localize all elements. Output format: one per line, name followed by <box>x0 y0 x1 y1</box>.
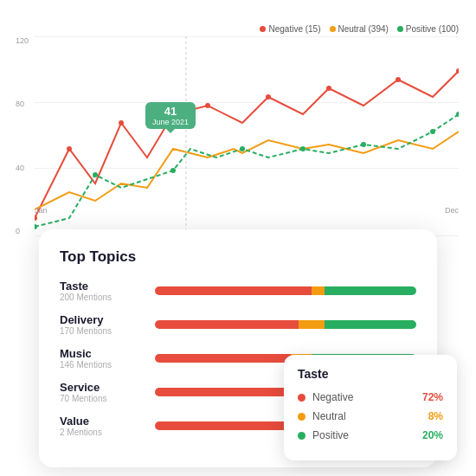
pos-dot-2 <box>170 168 176 173</box>
popup-dot-2 <box>298 432 306 440</box>
bar-yellow-0 <box>312 286 325 295</box>
chart-area: Negative (15) Neutral (394) Positive (10… <box>0 0 476 268</box>
popup-label-1: Neutral <box>312 410 428 422</box>
topic-name-0: Taste <box>60 280 155 293</box>
popup-row-0: Negative 72% <box>298 391 443 403</box>
chart-legend: Negative (15) Neutral (394) Positive (10… <box>260 24 459 34</box>
neg-dot-0 <box>35 215 37 221</box>
tooltip-value: 41 <box>152 105 189 118</box>
popup-title: Taste <box>298 367 443 381</box>
popup-value-1: 8% <box>428 410 443 422</box>
pos-dot-4 <box>300 146 306 151</box>
topic-label-3: Service 70 Mentions <box>60 381 155 403</box>
card-title: Top Topics <box>60 248 416 266</box>
bar-yellow-1 <box>299 320 325 329</box>
topic-bar-0 <box>155 286 416 295</box>
pos-dot-6 <box>430 129 435 134</box>
neutral-line <box>35 132 459 209</box>
x-label-dec: Dec <box>445 206 459 215</box>
negative-line <box>35 71 459 218</box>
popup-row-1: Neutral 8% <box>298 410 443 422</box>
legend-negative: Negative (15) <box>260 24 320 34</box>
popup-value-2: 20% <box>422 429 443 441</box>
pos-dot-0 <box>35 224 37 229</box>
topic-mentions-2: 146 Mentions <box>60 360 155 370</box>
bar-green-0 <box>325 286 416 295</box>
topic-mentions-1: 170 Mentions <box>60 326 155 336</box>
bar-green-1 <box>325 320 416 329</box>
neg-dot-2 <box>119 120 124 125</box>
topic-mentions-3: 70 Mentions <box>60 394 155 403</box>
positive-dot <box>397 26 403 32</box>
chart-tooltip: 41 June 2021 <box>145 102 196 129</box>
x-axis: Jan Dec <box>35 206 459 215</box>
topic-bar-1 <box>155 320 416 329</box>
popup-label-0: Negative <box>312 391 422 403</box>
neg-dot-5 <box>266 94 271 100</box>
y-label-0: 0 <box>16 227 29 235</box>
legend-neutral: Neutral (394) <box>330 24 389 34</box>
popup-rows: Negative 72% Neutral 8% Positive 20% <box>298 391 443 441</box>
legend-positive-label: Positive (100) <box>406 24 459 34</box>
popup-dot-0 <box>298 394 306 402</box>
topic-name-2: Music <box>60 347 155 360</box>
topic-label-4: Value 2 Mentions <box>60 415 155 437</box>
tooltip-date: June 2021 <box>152 118 189 126</box>
bar-red-2 <box>155 354 291 363</box>
topic-label-2: Music 146 Mentions <box>60 347 155 370</box>
neutral-dot <box>330 26 336 32</box>
taste-popup: Taste Negative 72% Neutral 8% Positive 2… <box>284 355 457 460</box>
bar-red-0 <box>155 286 312 295</box>
bar-red-4 <box>155 421 299 430</box>
topic-name-3: Service <box>60 381 155 394</box>
neg-dot-7 <box>396 77 401 82</box>
topic-name-4: Value <box>60 415 155 428</box>
neg-dot-1 <box>67 146 72 151</box>
legend-positive: Positive (100) <box>397 24 459 34</box>
bar-red-1 <box>155 320 299 329</box>
neg-dot-6 <box>326 86 331 91</box>
x-label-jan: Jan <box>35 206 48 215</box>
topic-mentions-0: 200 Mentions <box>60 293 155 302</box>
topic-label-1: Delivery 170 Mentions <box>60 313 155 336</box>
pos-dot-3 <box>240 146 245 151</box>
topic-mentions-4: 2 Mentions <box>60 428 155 437</box>
popup-label-2: Positive <box>312 429 422 441</box>
y-label-80: 80 <box>16 100 29 108</box>
topic-label-0: Taste 200 Mentions <box>60 280 155 302</box>
pos-dot-5 <box>361 142 366 147</box>
topic-name-1: Delivery <box>60 313 155 326</box>
popup-value-0: 72% <box>422 391 443 403</box>
y-label-120: 120 <box>16 36 29 45</box>
pos-dot-1 <box>93 172 98 177</box>
y-label-40: 40 <box>16 164 29 172</box>
popup-row-2: Positive 20% <box>298 429 443 441</box>
legend-negative-label: Negative (15) <box>268 24 320 34</box>
legend-neutral-label: Neutral (394) <box>338 24 389 34</box>
y-axis: 120 80 40 0 <box>16 36 29 235</box>
neg-dot-4 <box>205 103 210 108</box>
popup-dot-1 <box>298 413 306 421</box>
topic-row: Taste 200 Mentions <box>60 280 416 302</box>
topic-row: Delivery 170 Mentions <box>60 313 416 336</box>
negative-dot <box>260 26 266 32</box>
